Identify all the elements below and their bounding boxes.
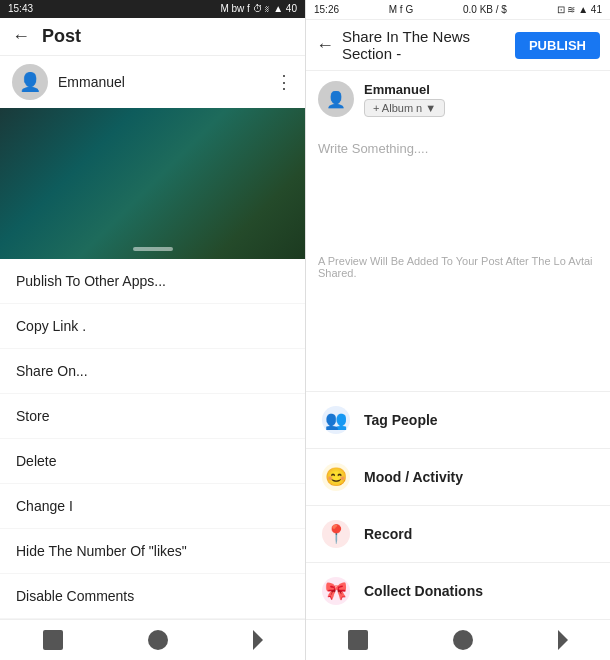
left-status-bar: 15:43 M bw f ⏱ ≋ ▲ 40 [0,0,305,18]
tag-people-item[interactable]: 👥 Tag People [306,391,610,448]
right-back-button[interactable]: ← [316,35,334,56]
write-area[interactable]: Write Something.... [306,127,610,255]
mood-label: Mood / Activity [364,469,463,485]
change-item[interactable]: Change I [0,484,305,529]
right-nav-square[interactable] [348,630,368,650]
album-tag[interactable]: + Album n ▼ [364,99,445,117]
record-label: Record [364,526,412,542]
preview-note: A Preview Will Be Added To Your Post Aft… [306,255,610,287]
right-user-name: Emmanuel [364,82,445,97]
tag-people-icon: 👥 [322,406,350,434]
mood-icon: 😊 [322,463,350,491]
right-app-icons: M f G [389,4,413,15]
right-signal-icons: ⊡ ≋ ▲ 41 [557,4,602,15]
right-page-title: Share In The News Section - [342,28,515,62]
disable-comments-item[interactable]: Disable Comments [0,574,305,619]
copy-link-item[interactable]: Copy Link . [0,304,305,349]
left-nav-square[interactable] [43,630,63,650]
left-nav-bar [0,619,305,660]
left-panel: 15:43 M bw f ⏱ ≋ ▲ 40 ← Post 👤 Emmanuel … [0,0,305,660]
left-header: ← Post [0,18,305,56]
right-panel: 15:26 M f G 0.0 KB / $ ⊡ ≋ ▲ 41 ← Share … [305,0,610,660]
right-user-row: 👤 Emmanuel + Album n ▼ [306,71,610,127]
right-nav-bar [306,619,610,660]
donations-icon: 🎀 [322,577,350,605]
left-more-button[interactable]: ⋮ [275,71,293,93]
publish-to-other-apps-item[interactable]: Publish To Other Apps... [0,259,305,304]
left-page-title: Post [42,26,293,47]
left-nav-back[interactable] [253,630,263,650]
delete-item[interactable]: Delete [0,439,305,484]
left-status-icons: M bw f ⏱ ≋ ▲ 40 [220,3,297,14]
left-user-row: 👤 Emmanuel ⋮ [0,56,305,108]
right-status-bar: 15:26 M f G 0.0 KB / $ ⊡ ≋ ▲ 41 [306,0,610,20]
collect-donations-item[interactable]: 🎀 Collect Donations [306,562,610,619]
right-header: ← Share In The News Section - PUBLISH [306,20,610,71]
content-spacer [306,287,610,391]
mood-activity-item[interactable]: 😊 Mood / Activity [306,448,610,505]
store-item[interactable]: Store [0,394,305,439]
right-nav-back[interactable] [558,630,568,650]
publish-button[interactable]: PUBLISH [515,32,600,59]
right-network: 0.0 KB / $ [463,4,507,15]
tag-people-label: Tag People [364,412,438,428]
donations-label: Collect Donations [364,583,483,599]
post-image [0,108,305,259]
record-icon: 📍 [322,520,350,548]
image-scroll-indicator [133,247,173,251]
hide-likes-item[interactable]: Hide The Number Of "likes" [0,529,305,574]
share-on-item[interactable]: Share On... [0,349,305,394]
right-avatar: 👤 [318,81,354,117]
right-time: 15:26 [314,4,339,15]
left-nav-circle[interactable] [148,630,168,650]
action-list: 👥 Tag People 😊 Mood / Activity 📍 Record … [306,391,610,619]
bottom-sheet: Publish To Other Apps... Copy Link . Sha… [0,259,305,619]
left-user-name: Emmanuel [58,74,275,90]
left-avatar: 👤 [12,64,48,100]
right-user-info: Emmanuel + Album n ▼ [364,82,445,117]
write-placeholder: Write Something.... [318,141,428,156]
left-back-button[interactable]: ← [12,26,30,47]
record-item[interactable]: 📍 Record [306,505,610,562]
left-time: 15:43 [8,3,33,14]
right-nav-circle[interactable] [453,630,473,650]
